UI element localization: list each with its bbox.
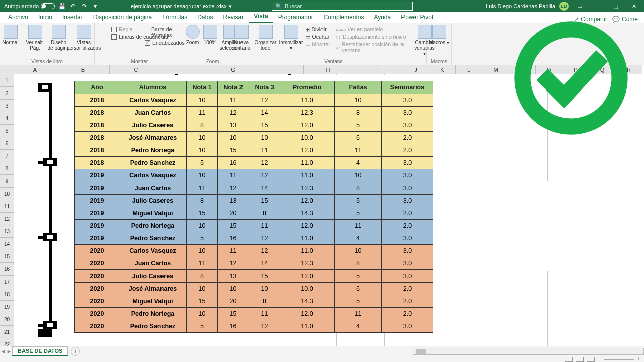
tab-file[interactable]: Archivo xyxy=(3,12,33,23)
sheet-nav-prev-icon[interactable]: ◄ xyxy=(0,348,6,354)
headings-checkbox[interactable]: ✓Encabezados xyxy=(145,40,185,46)
table-row[interactable]: 2018 Carlos Vasquez 10 11 12 11.0 10 3.0 xyxy=(75,94,433,107)
cell-faltas[interactable]: 11 xyxy=(335,144,382,157)
cell-anio[interactable]: 2020 xyxy=(75,257,119,270)
cell-alumno[interactable]: Pedro Noriega xyxy=(119,308,187,320)
document-title[interactable]: ejercicio agrupar desagrupar excel.xlsx … xyxy=(131,3,232,10)
cell-promedio[interactable]: 14.3 xyxy=(280,295,335,308)
row-header[interactable]: 2 xyxy=(0,87,14,100)
cell-nota3[interactable]: 12 xyxy=(249,232,280,245)
row-header[interactable]: 9 xyxy=(0,175,14,188)
cell-anio[interactable]: 2019 xyxy=(75,232,119,245)
cell-alumno[interactable]: José Almanares xyxy=(119,132,187,144)
cell-alumno[interactable]: Juan Carlos xyxy=(119,257,187,270)
cell-promedio[interactable]: 12.0 xyxy=(280,144,335,157)
cell-alumno[interactable]: Pedro Sanchez xyxy=(119,320,187,333)
col-header[interactable]: J xyxy=(403,65,429,74)
col-header[interactable]: L xyxy=(456,65,482,74)
cell-alumno[interactable]: Julio Caseres xyxy=(119,270,187,283)
close-icon[interactable]: ✕ xyxy=(627,0,641,12)
cell-nota2[interactable]: 15 xyxy=(218,144,249,157)
ribbon-options-icon[interactable]: ▭ xyxy=(573,0,587,12)
table-row[interactable]: 2020 Juan Carlos 11 12 14 12.3 8 3.0 xyxy=(75,257,433,270)
cell-nota2[interactable]: 20 xyxy=(218,295,249,308)
cell-promedio[interactable]: 12.3 xyxy=(280,107,335,119)
cell-nota3[interactable]: 12 xyxy=(249,245,280,257)
split-button[interactable]: ⊞Dividir xyxy=(305,26,334,32)
row-header[interactable]: 1 xyxy=(0,74,14,87)
cell-faltas[interactable]: 4 xyxy=(335,320,382,333)
cell-nota2[interactable]: 10 xyxy=(218,132,249,144)
cell-nota1[interactable]: 8 xyxy=(187,195,218,207)
cell-nota2[interactable]: 10 xyxy=(218,283,249,295)
cell-nota2[interactable]: 20 xyxy=(218,207,249,220)
tab-complementos[interactable]: Complementos xyxy=(318,12,369,23)
cell-nota2[interactable]: 16 xyxy=(218,157,249,169)
row-header[interactable]: 3 xyxy=(0,100,14,112)
row-header[interactable]: 15 xyxy=(0,250,14,263)
cell-nota2[interactable]: 16 xyxy=(218,320,249,333)
cell-seminarios[interactable]: 3.0 xyxy=(382,182,433,195)
sheet-tab[interactable]: BASE DE DATOS xyxy=(12,346,68,356)
col-header[interactable]: C xyxy=(110,65,163,74)
freeze-panes-button[interactable]: Inmovilizar ▾ xyxy=(279,25,303,59)
arrange-all-button[interactable]: Organizar todo xyxy=(254,25,277,59)
cell-faltas[interactable]: 11 xyxy=(335,220,382,232)
cell-nota1[interactable]: 10 xyxy=(187,308,218,320)
table-row[interactable]: 2020 Miguel Valqui 15 20 8 14.3 5 2.0 xyxy=(75,295,433,308)
cell-anio[interactable]: 2018 xyxy=(75,132,119,144)
cell-alumno[interactable]: Pedro Noriega xyxy=(119,220,187,232)
cell-nota2[interactable]: 13 xyxy=(218,195,249,207)
cell-seminarios[interactable]: 3.0 xyxy=(382,107,433,119)
table-row[interactable]: 2020 Pedro Noriega 10 15 11 12.0 11 2.0 xyxy=(75,308,433,320)
cell-nota2[interactable]: 13 xyxy=(218,270,249,283)
cell-nota2[interactable]: 16 xyxy=(218,232,249,245)
cell-promedio[interactable]: 10.0 xyxy=(280,132,335,144)
horizontal-scrollbar[interactable] xyxy=(413,348,644,355)
cell-faltas[interactable]: 8 xyxy=(335,257,382,270)
zoom-in-icon[interactable]: + xyxy=(637,356,640,362)
cell-faltas[interactable]: 5 xyxy=(335,119,382,132)
cell-anio[interactable]: 2019 xyxy=(75,207,119,220)
cell-nota1[interactable]: 5 xyxy=(187,157,218,169)
row-header[interactable]: 19 xyxy=(0,301,14,313)
cell-alumno[interactable]: Carlos Vasquez xyxy=(119,169,187,182)
cell-alumno[interactable]: Pedro Sanchez xyxy=(119,157,187,169)
cell-nota1[interactable]: 8 xyxy=(187,270,218,283)
cell-anio[interactable]: 2019 xyxy=(75,195,119,207)
tab-fórmulas[interactable]: Fórmulas xyxy=(157,12,192,23)
table-row[interactable]: 2019 Miguel Valqui 15 20 8 14.3 5 2.0 xyxy=(75,207,433,220)
tab-programador[interactable]: Programador xyxy=(273,12,318,23)
cell-nota3[interactable]: 10 xyxy=(249,283,280,295)
cell-promedio[interactable]: 12.3 xyxy=(280,182,335,195)
cell-nota1[interactable]: 10 xyxy=(187,283,218,295)
table-row[interactable]: 2018 Julio Caseres 8 13 15 12.0 5 3.0 xyxy=(75,119,433,132)
col-header[interactable]: I xyxy=(352,65,403,74)
cell-alumno[interactable]: José Almanares xyxy=(119,283,187,295)
cell-faltas[interactable]: 10 xyxy=(335,169,382,182)
cell-nota1[interactable]: 15 xyxy=(187,207,218,220)
row-header[interactable]: 7 xyxy=(0,150,14,162)
cell-alumno[interactable]: Julio Caseres xyxy=(119,119,187,132)
cell-promedio[interactable]: 10.0 xyxy=(280,283,335,295)
th-anio[interactable]: Año xyxy=(75,81,119,94)
table-row[interactable]: 2020 Pedro Sanchez 5 16 12 11.0 4 3.0 xyxy=(75,320,433,333)
outline-node[interactable] xyxy=(43,233,57,241)
cell-alumno[interactable]: Juan Carlos xyxy=(119,182,187,195)
col-header[interactable]: M xyxy=(482,65,509,74)
row-header[interactable]: 16 xyxy=(0,263,14,276)
cell-nota3[interactable]: 12 xyxy=(249,320,280,333)
cell-nota3[interactable]: 10 xyxy=(249,132,280,144)
cell-anio[interactable]: 2020 xyxy=(75,245,119,257)
view-pagebreak-icon[interactable] xyxy=(587,357,595,362)
th-nota2[interactable]: Nota 2 xyxy=(218,81,249,94)
cell-faltas[interactable]: 6 xyxy=(335,132,382,144)
cell-faltas[interactable]: 6 xyxy=(335,283,382,295)
cell-promedio[interactable]: 11.0 xyxy=(280,320,335,333)
cell-anio[interactable]: 2019 xyxy=(75,182,119,195)
cell-alumno[interactable]: Julio Caseres xyxy=(119,195,187,207)
cell-anio[interactable]: 2019 xyxy=(75,169,119,182)
cell-anio[interactable]: 2020 xyxy=(75,308,119,320)
table-row[interactable]: 2020 Julio Caseres 8 13 15 12.0 5 3.0 xyxy=(75,270,433,283)
col-header[interactable]: B xyxy=(56,65,110,74)
